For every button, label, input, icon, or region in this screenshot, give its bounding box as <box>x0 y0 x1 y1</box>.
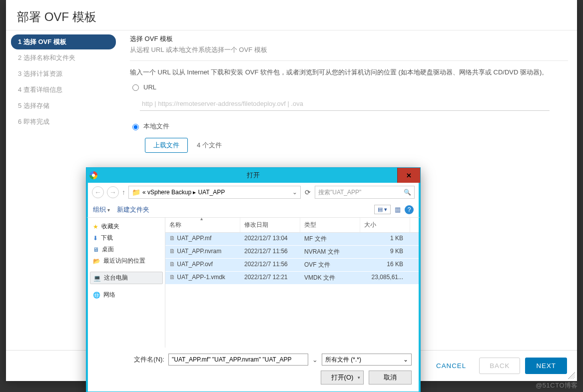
star-icon: ★ <box>93 223 98 230</box>
file-date: 2022/12/7 13:04 <box>240 233 300 245</box>
close-icon[interactable]: ✕ <box>397 168 420 183</box>
file-size: 9 KB <box>360 246 410 258</box>
dialog-titlebar[interactable]: 打开 ✕ <box>86 168 420 183</box>
file-list: 名称▴ 修改日期 类型 大小 UAT_APP.mf2022/12/7 13:04… <box>165 218 419 348</box>
back-button: BACK <box>479 358 520 374</box>
wizard-step-6[interactable]: 6 即将完成 <box>11 114 116 129</box>
file-filter-select[interactable]: 所有文件 (*.*)⌄ <box>322 354 412 366</box>
side-downloads[interactable]: ⬇下载 <box>90 232 163 244</box>
search-placeholder: 搜索"UAT_APP" <box>318 188 361 197</box>
content-heading: 选择 OVF 模板 <box>130 34 568 43</box>
search-input[interactable]: 搜索"UAT_APP" 🔍 <box>315 186 415 199</box>
sort-asc-icon: ▴ <box>200 216 203 221</box>
pc-icon: 💻 <box>93 275 101 282</box>
network-icon: 🌐 <box>93 292 100 299</box>
side-favorites[interactable]: ★收藏夹 <box>90 221 163 232</box>
file-date: 2022/12/7 11:56 <box>240 259 300 271</box>
file-type: NVRAM 文件 <box>300 246 360 258</box>
chevron-down-icon[interactable]: ⌄ <box>292 189 297 196</box>
search-icon: 🔍 <box>404 189 411 196</box>
table-row[interactable]: UAT_APP.mf2022/12/7 13:04MF 文件1 KB <box>165 233 419 246</box>
content-subheading: 从远程 URL 或本地文件系统选择一个 OVF 模板 <box>130 45 568 61</box>
cancel-button[interactable]: CANCEL <box>428 358 474 374</box>
dialog-title: 打开 <box>247 171 260 180</box>
radio-url-row[interactable]: URL <box>130 82 568 92</box>
file-name: UAT_APP-1.vmdk <box>165 272 240 284</box>
toolbar-organize[interactable]: 组织 <box>93 205 110 214</box>
table-row[interactable]: UAT_APP-1.vmdk2022/12/7 12:21VMDK 文件23,0… <box>165 272 419 285</box>
file-size: 23,085,61... <box>360 272 410 284</box>
wizard-step-5[interactable]: 5 选择存储 <box>11 98 116 113</box>
download-icon: ⬇ <box>93 235 98 242</box>
list-rows: UAT_APP.mf2022/12/7 13:04MF 文件1 KBUAT_AP… <box>165 233 419 285</box>
nav-fwd-icon[interactable]: → <box>107 186 119 198</box>
radio-local-row[interactable]: 本地文件 <box>130 121 568 132</box>
file-count-label: 4 个文件 <box>197 141 222 150</box>
side-network[interactable]: 🌐网络 <box>90 289 163 301</box>
side-thispc[interactable]: 💻这台电脑 <box>90 272 163 284</box>
wizard-step-1[interactable]: 1 选择 OVF 模板 <box>11 34 116 49</box>
desktop-icon: 🖥 <box>93 246 99 253</box>
preview-pane-icon[interactable]: ▥ <box>395 206 401 213</box>
modal-header: 部署 OVF 模板 <box>6 0 577 30</box>
breadcrumb-prefix: « vSphere Backup ▸ <box>142 189 196 196</box>
file-name: UAT_APP.ovf <box>165 259 240 271</box>
filename-input[interactable] <box>168 354 308 366</box>
next-button[interactable]: NEXT <box>525 358 567 374</box>
dialog-nav: ← → ↑ 📁 « vSphere Backup ▸ UAT_APP ⌄ ⟳ 搜… <box>86 183 420 202</box>
nav-up-icon[interactable]: ↑ <box>122 188 125 196</box>
chevron-down-icon: ⌄ <box>403 356 408 363</box>
resize-grip[interactable] <box>568 372 575 379</box>
col-type[interactable]: 类型 <box>300 218 360 232</box>
file-name: UAT_APP.mf <box>165 233 240 245</box>
path-breadcrumb[interactable]: 📁 « vSphere Backup ▸ UAT_APP ⌄ <box>128 186 301 199</box>
radio-local[interactable] <box>132 124 139 130</box>
filename-label: 文件名(N): <box>134 355 164 364</box>
list-header[interactable]: 名称▴ 修改日期 类型 大小 <box>165 218 419 233</box>
dialog-body: ★收藏夹 ⬇下载 🖥桌面 📂最近访问的位置 💻这台电脑 🌐网络 名称▴ 修改日期… <box>86 218 420 348</box>
upload-row: 上载文件 4 个文件 <box>145 138 568 153</box>
nav-back-icon[interactable]: ← <box>92 186 104 198</box>
view-mode-icon[interactable]: ▤ ▾ <box>374 205 391 214</box>
radio-local-label: 本地文件 <box>143 122 169 131</box>
open-button[interactable]: 打开(O) <box>321 371 364 385</box>
dialog-cancel-button[interactable]: 取消 <box>369 371 412 385</box>
dialog-toolbar: 组织 新建文件夹 ▤ ▾ ▥ ? <box>86 202 420 218</box>
radio-url[interactable] <box>132 84 139 91</box>
file-type: VMDK 文件 <box>300 272 360 284</box>
col-size[interactable]: 大小 <box>360 218 410 232</box>
file-date: 2022/12/7 12:21 <box>240 272 300 284</box>
file-date: 2022/12/7 11:56 <box>240 246 300 258</box>
table-row[interactable]: UAT_APP.nvram2022/12/7 11:56NVRAM 文件9 KB <box>165 246 419 259</box>
folder-icon: 📁 <box>132 188 140 196</box>
file-name: UAT_APP.nvram <box>165 246 240 258</box>
side-desktop[interactable]: 🖥桌面 <box>90 244 163 255</box>
table-row[interactable]: UAT_APP.ovf2022/12/7 11:56OVF 文件16 KB <box>165 259 419 272</box>
upload-button[interactable]: 上载文件 <box>145 138 188 153</box>
dialog-footer: 文件名(N): ⌄ 所有文件 (*.*)⌄ 打开(O) 取消 <box>86 348 420 392</box>
filename-dropdown-icon[interactable]: ⌄ <box>312 356 318 364</box>
file-type: OVF 文件 <box>300 259 360 271</box>
file-type: MF 文件 <box>300 233 360 245</box>
side-recent[interactable]: 📂最近访问的位置 <box>90 255 163 267</box>
help-icon[interactable]: ? <box>405 205 414 214</box>
col-date[interactable]: 修改日期 <box>240 218 300 232</box>
wizard-step-2[interactable]: 2 选择名称和文件夹 <box>11 50 116 65</box>
dialog-sidebar: ★收藏夹 ⬇下载 🖥桌面 📂最近访问的位置 💻这台电脑 🌐网络 <box>88 218 165 348</box>
file-open-dialog: 打开 ✕ ← → ↑ 📁 « vSphere Backup ▸ UAT_APP … <box>86 167 421 392</box>
refresh-icon[interactable]: ⟳ <box>304 188 312 196</box>
breadcrumb-current: UAT_APP <box>198 189 225 196</box>
modal-title: 部署 OVF 模板 <box>17 9 566 25</box>
wizard-step-4[interactable]: 4 查看详细信息 <box>11 82 116 97</box>
file-size: 16 KB <box>360 259 410 271</box>
toolbar-newfolder[interactable]: 新建文件夹 <box>117 205 149 214</box>
file-size: 1 KB <box>360 233 410 245</box>
radio-url-label: URL <box>143 83 156 91</box>
wizard-step-3[interactable]: 3 选择计算资源 <box>11 66 116 81</box>
recent-icon: 📂 <box>93 258 100 265</box>
watermark: @51CTO博客 <box>536 381 578 390</box>
content-hint: 输入一个 URL 以从 Internet 下载和安装 OVF 软件包，或者浏览到… <box>130 68 568 77</box>
chrome-icon <box>89 171 97 179</box>
url-input[interactable] <box>140 97 550 111</box>
col-name: 名称▴ <box>165 218 240 232</box>
